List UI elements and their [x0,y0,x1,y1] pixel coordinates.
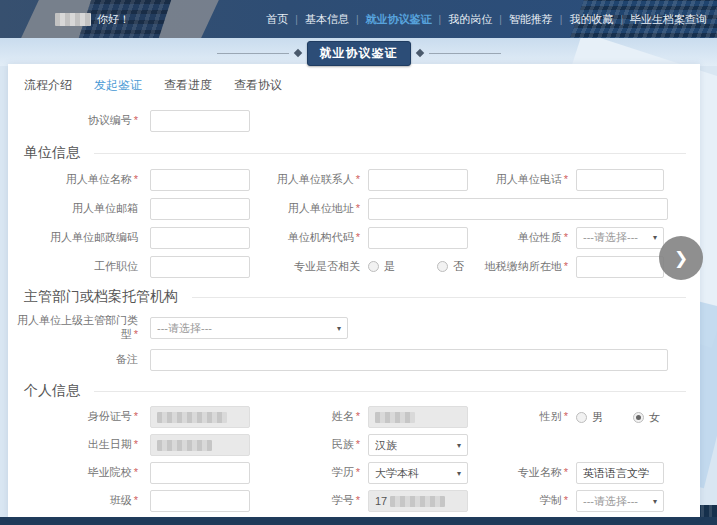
unit-name-label: 用人单位名称* [14,173,146,187]
select-placeholder: ---请选择--- [157,321,212,336]
tab-process-intro[interactable]: 流程介绍 [24,77,72,94]
content-card: 流程介绍 发起鉴证 查看进度 查看协议 协议编号* 单位信息 用人单位名称* 用… [8,64,700,517]
unit-address-input[interactable] [368,198,668,220]
tax-area-input[interactable] [576,256,664,278]
nav-item-home[interactable]: 首页 [266,12,288,27]
dropdown-arrow-icon: ▾ [337,324,341,333]
schooling-select[interactable]: ---请选择--- ▾ [576,490,664,512]
major-related-no-radio[interactable] [437,261,448,272]
tax-area-label: 地税缴纳所在地* [468,260,576,274]
nav-item-basic-info[interactable]: 基本信息 [305,12,349,27]
remark-label: 备注 [14,353,146,367]
school-label: 毕业院校* [14,466,146,480]
agreement-no-row: 协议编号* [14,106,700,135]
gender-female-radio[interactable] [633,412,644,423]
masked-value [375,412,415,423]
class-label: 班级* [14,494,146,508]
ethnicity-label: 民族* [250,438,368,452]
select-value: 大学本科 [375,466,419,481]
required-mark: * [134,494,138,506]
unit-postcode-input[interactable] [150,227,250,249]
masked-value [390,496,445,507]
required-mark: * [564,494,568,506]
nav-separator: | [499,14,502,25]
school-input[interactable] [150,462,250,484]
next-arrow-button[interactable]: ❯ [659,236,703,280]
unit-row-1: 用人单位名称* 用人单位联系人* 用人单位电话* [14,165,700,194]
education-select[interactable]: 大学本科 ▾ [368,462,468,484]
page: 你好！ 首页 | 基本信息 | 就业协议鉴证 | 我的岗位 | 智能推荐 | 我… [0,0,717,525]
required-mark: * [356,494,360,506]
major-related-label: 专业是否相关 [250,260,368,274]
agreement-no-label: 协议编号* [14,114,146,128]
nav-separator: | [439,14,442,25]
dropdown-arrow-icon: ▾ [653,497,657,506]
unit-contact-input[interactable] [368,169,468,191]
unit-email-input[interactable] [150,198,250,220]
major-related-yes-radio[interactable] [368,261,379,272]
unit-name-input[interactable] [150,169,250,191]
nav-item-agreement-verify[interactable]: 就业协议鉴证 [366,12,432,27]
gender-label: 性别* [468,410,576,424]
required-mark: * [134,410,138,422]
section-rule [94,153,686,154]
required-mark: * [356,438,360,450]
dropdown-arrow-icon: ▾ [457,469,461,478]
unit-nature-select[interactable]: ---请选择--- ▾ [576,227,664,249]
nav-separator: | [295,14,298,25]
gender-male-radio[interactable] [576,412,587,423]
nav-item-archive-query[interactable]: 毕业生档案查询 [630,12,707,27]
tab-initiate-verify[interactable]: 发起鉴证 [94,77,142,94]
id-number-input[interactable] [150,406,250,428]
nav-separator: | [560,14,563,25]
remark-input[interactable] [150,349,668,371]
agreement-no-input[interactable] [150,110,250,132]
birth-date-label: 出生日期* [14,438,146,452]
unit-postcode-label: 用人单位邮政编码 [14,231,146,245]
unit-orgcode-label: 单位机构代码* [250,231,368,245]
ethnicity-select[interactable]: 汉族 ▾ [368,434,468,456]
radio-label-male: 男 [592,410,603,425]
job-position-label: 工作职位 [14,260,146,274]
unit-row-2: 用人单位邮箱 用人单位地址* [14,194,700,223]
diamond-icon [415,49,423,57]
personal-row-4: 班级* 学号* 17 学制* ---请选择--- ▾ [14,487,700,515]
birth-date-input[interactable] [150,434,250,456]
user-greeting: 你好！ [55,12,130,27]
required-mark: * [134,173,138,185]
nav-item-favorites[interactable]: 我的收藏 [569,12,613,27]
unit-orgcode-input[interactable] [368,227,468,249]
tab-view-agreement[interactable]: 查看协议 [234,77,282,94]
radio-label-no: 否 [453,259,464,274]
education-label: 学历* [250,466,368,480]
parent-type-label: 用人单位上级主管部门类型* [14,314,146,342]
required-mark: * [564,466,568,478]
section-dept: 主管部门或档案托管机构 [14,285,700,309]
major-name-input[interactable] [576,462,664,484]
required-mark: * [564,260,568,272]
diamond-icon [293,49,301,57]
student-no-input[interactable]: 17 [368,490,468,512]
required-mark: * [356,231,360,243]
required-mark: * [356,410,360,422]
section-unit-info: 单位信息 [14,141,700,165]
tab-view-progress[interactable]: 查看进度 [164,77,212,94]
radio-label-yes: 是 [384,259,395,274]
parent-type-select[interactable]: ---请选择--- ▾ [150,317,348,339]
unit-phone-input[interactable] [576,169,664,191]
name-input[interactable] [368,406,468,428]
greeting-text: 你好！ [97,12,130,27]
section-title: 个人信息 [24,382,80,400]
masked-value [157,440,212,451]
page-title: 就业协议鉴证 [307,41,411,66]
section-rule [94,391,686,392]
unit-contact-label: 用人单位联系人* [250,173,368,187]
nav-item-smart-recommend[interactable]: 智能推荐 [509,12,553,27]
select-placeholder: ---请选择--- [583,494,638,509]
personal-row-3: 毕业院校* 学历* 大学本科 ▾ 专业名称* [14,459,700,487]
job-position-input[interactable] [150,256,250,278]
class-input[interactable] [150,490,250,512]
unit-nature-label: 单位性质* [468,231,576,245]
nav-item-my-jobs[interactable]: 我的岗位 [448,12,492,27]
dept-row-1: 用人单位上级主管部门类型* ---请选择--- ▾ [14,309,700,347]
